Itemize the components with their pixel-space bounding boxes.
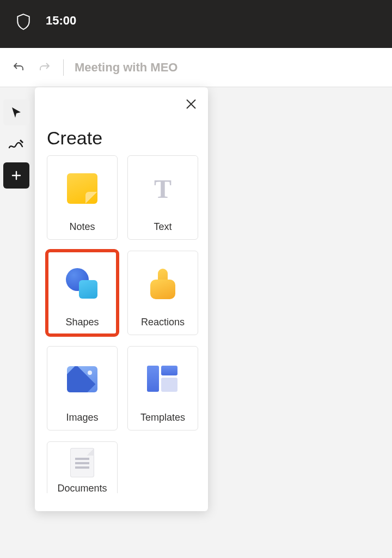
- create-card-text[interactable]: T Text: [127, 155, 198, 240]
- toolbar-separator: [63, 59, 64, 76]
- status-clock: 15:00: [46, 14, 76, 28]
- canvas-area[interactable]: Create Notes T Text Shapes Reactio: [0, 87, 392, 558]
- create-grid: Notes T Text Shapes Reactions Ima: [35, 155, 208, 493]
- document-title: Meeting with MEO: [75, 60, 177, 75]
- card-label: Text: [154, 221, 171, 233]
- create-card-documents[interactable]: Documents: [47, 441, 118, 493]
- image-icon: [47, 347, 117, 412]
- close-panel-button[interactable]: [182, 95, 200, 113]
- add-tool-button[interactable]: [3, 162, 29, 189]
- tool-rail: [3, 99, 32, 189]
- create-card-reactions[interactable]: Reactions: [127, 251, 198, 335]
- redo-button[interactable]: [37, 60, 52, 75]
- create-panel: Create Notes T Text Shapes Reactio: [35, 87, 208, 511]
- card-label: Templates: [140, 412, 185, 423]
- shield-icon: [16, 14, 30, 32]
- select-tool-button[interactable]: [3, 99, 29, 125]
- card-label: Shapes: [65, 317, 99, 328]
- card-label: Images: [66, 412, 98, 423]
- card-label: Documents: [57, 483, 107, 493]
- notes-icon: [47, 156, 117, 221]
- create-card-shapes[interactable]: Shapes: [47, 251, 118, 335]
- shapes-icon: [47, 251, 117, 317]
- ink-tool-button[interactable]: [3, 131, 29, 157]
- create-card-templates[interactable]: Templates: [127, 346, 198, 430]
- text-icon: T: [128, 156, 198, 221]
- status-bar: 15:00: [0, 0, 392, 48]
- templates-icon: [128, 347, 198, 412]
- card-label: Reactions: [141, 317, 185, 328]
- create-card-notes[interactable]: Notes: [47, 155, 118, 240]
- document-icon: [47, 442, 117, 483]
- undo-button[interactable]: [11, 60, 26, 75]
- create-card-images[interactable]: Images: [47, 346, 118, 430]
- card-label: Notes: [69, 221, 95, 233]
- app-toolbar: Meeting with MEO: [0, 48, 392, 87]
- thumbs-up-icon: [128, 251, 198, 317]
